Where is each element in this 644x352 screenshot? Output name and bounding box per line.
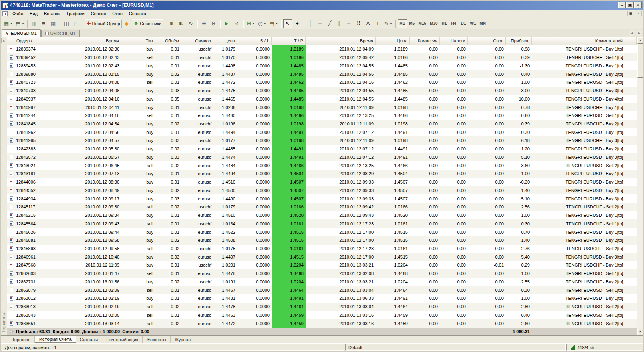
column-header-commission[interactable]: Комиссия bbox=[410, 37, 440, 45]
vertical-scrollbar[interactable]: ▲ ▼ bbox=[637, 37, 643, 335]
experts-button[interactable]: ☻Советники bbox=[132, 19, 163, 28]
column-header-type[interactable]: Тип bbox=[121, 37, 155, 45]
terminal-tab-signals[interactable]: Сигналы bbox=[76, 336, 103, 343]
table-row[interactable]: 128409372010.01.12 04:10buy0.05eurusd1.4… bbox=[7, 95, 637, 103]
column-header-taxes[interactable]: Налоги bbox=[440, 37, 468, 45]
scroll-thumb[interactable] bbox=[637, 44, 643, 78]
close-button[interactable]: × bbox=[634, 2, 642, 8]
new-order-button[interactable]: ✚Новый Ордер bbox=[85, 19, 122, 28]
table-row[interactable]: 128475682010.01.12 11:09buy0.01usdchf1.0… bbox=[7, 261, 637, 269]
menu-item-2[interactable]: Вставка bbox=[41, 10, 64, 17]
timeframe-m30-button[interactable]: M30 bbox=[428, 19, 439, 28]
auto-scroll-button[interactable]: ▶ bbox=[222, 19, 231, 28]
table-row[interactable]: 128458932010.01.12 09:58sell0.02usdchf1.… bbox=[7, 245, 637, 253]
table-row[interactable]: 128398802010.01.12 03:15buy0.02eurusd1.4… bbox=[7, 70, 637, 78]
table-row[interactable]: 128407232010.01.12 04:08sell0.01eurusd1.… bbox=[7, 78, 637, 87]
terminal-tab-mailbox[interactable]: Почтовый ящик bbox=[102, 336, 142, 343]
chart-tab-usdchf-m1[interactable]: USDCHF,M1 bbox=[41, 30, 80, 37]
column-header-close-price[interactable]: Цена bbox=[376, 37, 410, 45]
profiles-button[interactable]: ▤▾ bbox=[14, 19, 25, 28]
terminal-tab-experts[interactable]: Эксперты bbox=[143, 336, 171, 343]
crosshair-button[interactable]: + bbox=[293, 19, 302, 28]
menu-item-1[interactable]: Вид bbox=[26, 10, 41, 17]
timeframe-m15-button[interactable]: M15 bbox=[417, 19, 428, 28]
column-header-symbol[interactable]: Символ bbox=[181, 37, 213, 45]
vertical-line-button[interactable]: │ bbox=[306, 19, 315, 28]
table-row[interactable]: 128469612010.01.12 10:40buy0.03eurusd1.4… bbox=[7, 253, 637, 261]
timeframe-d1-button[interactable]: D1 bbox=[459, 19, 468, 28]
data-window-button[interactable]: ≡ bbox=[39, 19, 48, 28]
metaeditor-button[interactable]: ◆ bbox=[122, 19, 131, 28]
candlestick-chart-button[interactable]: ▮▯ bbox=[177, 19, 186, 28]
zoom-in-button[interactable]: ⊕ bbox=[199, 19, 209, 28]
menu-item-6[interactable]: Справка bbox=[126, 10, 149, 17]
table-row[interactable]: 128440062010.01.12 08:30buy0.01eurusd1.4… bbox=[7, 178, 637, 186]
table-row[interactable]: 128452152010.01.12 09:34buy0.01eurusd1.4… bbox=[7, 211, 637, 220]
terminal-button[interactable]: ◫ bbox=[62, 19, 71, 28]
scroll-track[interactable] bbox=[637, 78, 643, 329]
table-row[interactable]: 128425722010.01.12 05:57buy0.03eurusd1.4… bbox=[7, 153, 637, 162]
timeframe-m5-button[interactable]: M5 bbox=[407, 19, 417, 28]
new-chart-button[interactable]: ▦▾ bbox=[2, 19, 14, 28]
terminal-close-button[interactable]: × bbox=[1, 38, 6, 43]
timeframe-w1-button[interactable]: W1 bbox=[468, 19, 477, 28]
status-profile[interactable]: Default bbox=[345, 344, 566, 351]
table-row[interactable]: 128636512010.01.13 03:14sell0.02eurusd1.… bbox=[7, 319, 637, 328]
table-row[interactable]: 128394532010.01.12 02:43buy0.01eurusd1.4… bbox=[7, 61, 637, 70]
table-row[interactable]: 128449342010.01.12 09:17buy0.03eurusd1.4… bbox=[7, 194, 637, 203]
table-row[interactable]: 128443522010.01.12 08:49buy0.02eurusd1.4… bbox=[7, 186, 637, 194]
periods-button[interactable]: ◷▾ bbox=[256, 19, 267, 28]
indicators-button[interactable]: ⊞▾ bbox=[245, 19, 256, 28]
table-row[interactable]: 128630122010.01.13 02:19buy0.01eurusd1.4… bbox=[7, 294, 637, 303]
timeframe-mn-button[interactable]: MN bbox=[478, 19, 487, 28]
horizontal-line-button[interactable]: ─ bbox=[316, 19, 325, 28]
chart-tab-eurusd-m1[interactable]: EURUSD,M1 bbox=[2, 29, 41, 37]
trend-line-button[interactable]: ╱ bbox=[325, 19, 334, 28]
terminal-tab-account-history[interactable]: История Счета bbox=[35, 336, 76, 343]
menu-item-4[interactable]: Сервис bbox=[88, 10, 109, 17]
table-row[interactable]: 128409872010.01.12 04:11buy0.01usdchf1.0… bbox=[7, 103, 637, 111]
line-chart-button[interactable]: ∿ bbox=[186, 19, 195, 28]
column-header-profit[interactable]: Прибыль bbox=[506, 37, 532, 45]
table-row[interactable]: 128431812010.01.12 07:13buy0.01eurusd1.4… bbox=[7, 170, 637, 178]
minimize-button[interactable]: – bbox=[618, 2, 626, 8]
child-restore-button[interactable]: ▣ bbox=[627, 11, 634, 16]
timeframe-h4-button[interactable]: H4 bbox=[449, 19, 458, 28]
column-header-open-price[interactable]: Цена bbox=[213, 37, 237, 45]
column-header-order[interactable]: Ордер / bbox=[15, 37, 55, 45]
restore-button[interactable]: ▣ bbox=[626, 2, 634, 8]
templates-button[interactable]: ▤▾ bbox=[268, 19, 279, 28]
column-header-open-time[interactable]: Время bbox=[55, 37, 121, 45]
table-row[interactable]: 128628792010.01.13 02:09sell0.01eurusd1.… bbox=[7, 286, 637, 294]
shapes-button[interactable]: ⠿ bbox=[354, 19, 363, 28]
table-row[interactable]: 128430242010.01.12 06:45sell0.02eurusd1.… bbox=[7, 161, 637, 170]
menu-item-5[interactable]: Окно bbox=[109, 10, 126, 17]
table-row[interactable]: 128627312010.01.13 01:56buy0.02usdchf1.0… bbox=[7, 278, 637, 286]
chart-shift-button[interactable]: ◁ bbox=[232, 19, 241, 28]
table-row[interactable]: 128419952010.01.12 04:57buy0.03usdchf1.0… bbox=[7, 136, 637, 145]
table-row[interactable]: 128451172010.01.12 09:30sell0.02usdchf1.… bbox=[7, 203, 637, 211]
table-row[interactable]: 128456262010.01.12 09:44buy0.01eurusd1.4… bbox=[7, 228, 637, 236]
table-row[interactable]: 128407332010.01.12 04:08buy0.03eurusd1.4… bbox=[7, 87, 637, 95]
cursor-button[interactable]: ↖ bbox=[283, 19, 292, 28]
child-minimize-button[interactable]: – bbox=[620, 11, 626, 16]
table-row[interactable]: 128394522010.01.12 02:43sell0.01usdchf1.… bbox=[7, 53, 637, 62]
table-row[interactable]: 128393742010.01.12 02:36buy0.01usdchf1.0… bbox=[7, 45, 637, 53]
child-close-button[interactable]: × bbox=[635, 11, 642, 16]
column-header-comment[interactable]: Комментарий bbox=[532, 37, 637, 45]
table-row[interactable]: 128635432010.01.13 03:05sell0.01eurusd1.… bbox=[7, 311, 637, 320]
timeframe-m1-button[interactable]: M1 bbox=[398, 19, 407, 28]
table-row[interactable]: 128630132010.01.13 02:19sell0.02eurusd1.… bbox=[7, 303, 637, 311]
menu-item-3[interactable]: Графики bbox=[64, 10, 88, 17]
bar-chart-button[interactable]: Ⅲ bbox=[167, 19, 176, 28]
column-header-close-time[interactable]: Время bbox=[306, 37, 376, 45]
table-row[interactable]: 128419622010.01.12 04:56buy0.01eurusd1.4… bbox=[7, 128, 637, 136]
column-header-tp[interactable]: T / P bbox=[272, 37, 306, 45]
scroll-down-button[interactable]: ▼ bbox=[637, 329, 643, 335]
channel-button[interactable]: ∥ bbox=[335, 19, 344, 28]
column-header-sl[interactable]: S / L bbox=[237, 37, 272, 45]
text-button[interactable]: A bbox=[364, 19, 373, 28]
text-label-button[interactable]: T bbox=[373, 19, 382, 28]
tab-scroll-right-button[interactable]: ▶ bbox=[636, 30, 642, 36]
column-header-swap[interactable]: Своп bbox=[468, 37, 506, 45]
